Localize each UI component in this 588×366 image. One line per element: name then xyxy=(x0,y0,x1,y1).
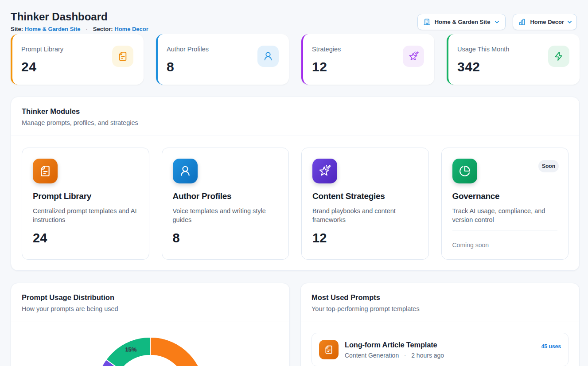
svg-text:15%: 15% xyxy=(125,346,136,353)
